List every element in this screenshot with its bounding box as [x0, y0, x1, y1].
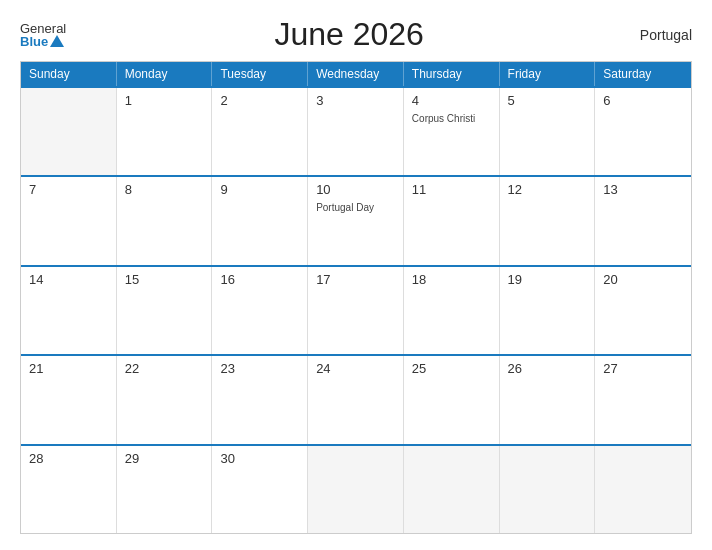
table-row: 11 — [404, 177, 500, 264]
header-friday: Friday — [500, 62, 596, 86]
header-monday: Monday — [117, 62, 213, 86]
holiday-label: Portugal Day — [316, 202, 374, 213]
calendar-title: June 2026 — [66, 16, 632, 53]
header-saturday: Saturday — [595, 62, 691, 86]
day-number: 15 — [125, 272, 204, 287]
table-row: 5 — [500, 88, 596, 175]
day-number: 2 — [220, 93, 299, 108]
table-row: 30 — [212, 446, 308, 533]
table-row: 3 — [308, 88, 404, 175]
day-number: 10 — [316, 182, 395, 197]
table-row: 27 — [595, 356, 691, 443]
table-row — [21, 88, 117, 175]
day-number: 16 — [220, 272, 299, 287]
day-number: 5 — [508, 93, 587, 108]
table-row: 6 — [595, 88, 691, 175]
day-number: 21 — [29, 361, 108, 376]
logo-general-text: General — [20, 22, 66, 35]
header-tuesday: Tuesday — [212, 62, 308, 86]
calendar: Sunday Monday Tuesday Wednesday Thursday… — [20, 61, 692, 534]
day-number: 3 — [316, 93, 395, 108]
table-row: 9 — [212, 177, 308, 264]
day-number: 19 — [508, 272, 587, 287]
country-label: Portugal — [632, 27, 692, 43]
day-number: 6 — [603, 93, 683, 108]
day-number: 23 — [220, 361, 299, 376]
page-header: General Blue June 2026 Portugal — [20, 16, 692, 53]
day-number: 26 — [508, 361, 587, 376]
table-row: 19 — [500, 267, 596, 354]
week-row-3: 14151617181920 — [21, 265, 691, 354]
day-number: 28 — [29, 451, 108, 466]
table-row: 22 — [117, 356, 213, 443]
table-row — [595, 446, 691, 533]
week-row-5: 282930 — [21, 444, 691, 533]
header-wednesday: Wednesday — [308, 62, 404, 86]
day-number: 12 — [508, 182, 587, 197]
week-row-4: 21222324252627 — [21, 354, 691, 443]
table-row: 13 — [595, 177, 691, 264]
table-row: 29 — [117, 446, 213, 533]
table-row — [308, 446, 404, 533]
table-row: 8 — [117, 177, 213, 264]
holiday-label: Corpus Christi — [412, 113, 475, 124]
table-row: 14 — [21, 267, 117, 354]
table-row: 10Portugal Day — [308, 177, 404, 264]
table-row: 1 — [117, 88, 213, 175]
day-number: 1 — [125, 93, 204, 108]
logo: General Blue — [20, 22, 66, 48]
table-row: 16 — [212, 267, 308, 354]
day-number: 11 — [412, 182, 491, 197]
table-row: 2 — [212, 88, 308, 175]
day-number: 29 — [125, 451, 204, 466]
day-number: 17 — [316, 272, 395, 287]
day-number: 14 — [29, 272, 108, 287]
table-row: 7 — [21, 177, 117, 264]
table-row: 25 — [404, 356, 500, 443]
day-number: 25 — [412, 361, 491, 376]
day-number: 8 — [125, 182, 204, 197]
table-row: 17 — [308, 267, 404, 354]
week-row-2: 78910Portugal Day111213 — [21, 175, 691, 264]
logo-triangle-icon — [50, 35, 64, 47]
table-row: 12 — [500, 177, 596, 264]
table-row — [404, 446, 500, 533]
table-row: 20 — [595, 267, 691, 354]
table-row: 21 — [21, 356, 117, 443]
logo-blue-text: Blue — [20, 35, 48, 48]
header-sunday: Sunday — [21, 62, 117, 86]
day-number: 30 — [220, 451, 299, 466]
table-row: 4Corpus Christi — [404, 88, 500, 175]
calendar-body: 1234Corpus Christi5678910Portugal Day111… — [21, 86, 691, 533]
header-thursday: Thursday — [404, 62, 500, 86]
day-number: 9 — [220, 182, 299, 197]
day-number: 20 — [603, 272, 683, 287]
table-row: 15 — [117, 267, 213, 354]
day-number: 22 — [125, 361, 204, 376]
table-row: 24 — [308, 356, 404, 443]
calendar-header: Sunday Monday Tuesday Wednesday Thursday… — [21, 62, 691, 86]
day-number: 4 — [412, 93, 491, 108]
table-row: 28 — [21, 446, 117, 533]
day-number: 7 — [29, 182, 108, 197]
table-row — [500, 446, 596, 533]
day-number: 27 — [603, 361, 683, 376]
day-number: 18 — [412, 272, 491, 287]
table-row: 23 — [212, 356, 308, 443]
table-row: 18 — [404, 267, 500, 354]
day-number: 13 — [603, 182, 683, 197]
day-number: 24 — [316, 361, 395, 376]
week-row-1: 1234Corpus Christi56 — [21, 86, 691, 175]
table-row: 26 — [500, 356, 596, 443]
